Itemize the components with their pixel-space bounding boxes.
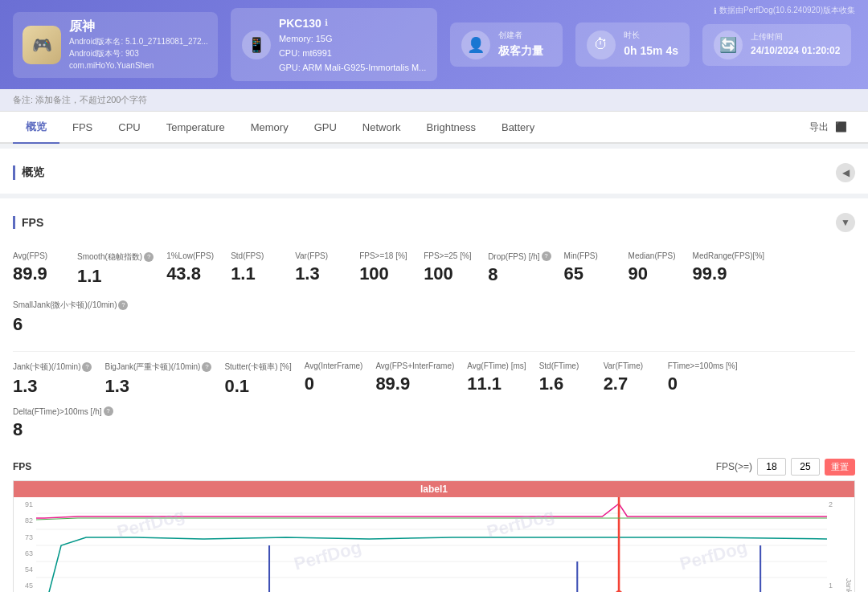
stat-item-row2: Jank(卡顿)(/10min) ? 1.3 [13,355,104,400]
stat-value: 43.8 [166,263,218,284]
app-text: 原神 Android版本名: 5.1.0_27118081_272... And… [69,18,208,71]
stat-item-row2: Avg(FPS+InterFrame) 89.9 [375,355,467,400]
fps-threshold-controls: FPS(>=) 重置 [716,458,855,476]
duration-text: 时长 0h 15m 4s [624,29,678,59]
notes-label: 备注: [13,95,33,104]
jank-axis-title: Jank [843,497,854,592]
tab-overview[interactable]: 概览 [13,112,59,144]
fps-input-25[interactable] [791,458,820,476]
fps-collapse-button[interactable]: ▼ [836,213,855,232]
y-label: 82 [17,516,33,525]
app-version-code: Android版本号: 903 [69,47,208,59]
stat-item: Std(FPS) 1.1 [231,245,295,293]
help-icon[interactable]: ? [202,362,211,372]
stat-label: Jank(卡顿)(/10min) ? [13,361,92,373]
stat-item: Min(FPS) 65 [564,245,628,293]
duration-card: ⏱ 时长 0h 15m 4s [575,22,690,66]
duration-value: 0h 15m 4s [624,42,678,59]
stat-label: FTime>=100ms [%] [668,361,738,370]
stat-item-row2: Stutter(卡顿率) [%] 0.1 [224,355,304,400]
stat-value: 0 [668,374,738,394]
stat-item-row2: Delta(FTime)>100ms [/h] ? 8 [13,400,126,443]
tab-gpu[interactable]: GPU [301,113,350,143]
y-label: 91 [17,500,33,508]
app-icon: 🎮 [23,26,61,64]
y-label: 45 [17,582,33,590]
creator-label: 创建者 [498,29,543,42]
fps-reset-button[interactable]: 重置 [825,459,855,476]
stat-item: Avg(FPS) 89.9 [13,245,77,293]
stat-value: 89.9 [375,374,454,394]
stat-label: Avg(FPS) [13,251,64,260]
duration-icon: ⏱ [587,31,616,59]
notes-placeholder: 添加备注，不超过200个字符 [35,95,147,104]
stat-item: SmallJank(微小卡顿)(/10min) ? 6 [13,293,141,341]
tab-brightness[interactable]: Brightness [414,113,489,143]
stat-label: Std(FPS) [231,251,282,260]
fps-input-18[interactable] [757,458,786,476]
fps-chart-label: FPS [13,461,31,472]
stat-label: Std(FTime) [539,361,591,370]
stat-label: BigJank(严重卡顿)(/10min) ? [104,361,211,373]
overview-section: 概览 ◀ [0,149,868,194]
device-memory: Memory: 15G [279,32,426,47]
tab-temperature[interactable]: Temperature [154,113,238,143]
stat-label: Var(FPS) [295,251,346,260]
device-icon: 📱 [242,31,271,59]
tab-battery[interactable]: Battery [489,113,547,143]
export-label: 导出 [809,120,829,134]
notes-bar: 备注: 添加备注，不超过200个字符 [0,89,868,112]
stat-label: Avg(InterFrame) [305,361,363,370]
device-gpu: GPU: ARM Mali-G925-Immortalis M... [279,61,426,76]
upload-time-value: 24/10/2024 01:20:02 [751,43,840,59]
stat-value: 1.1 [231,263,282,284]
tab-fps[interactable]: FPS [59,113,105,143]
upload-time-icon: 🔄 [714,31,743,59]
help-icon[interactable]: ? [104,406,113,416]
tab-cpu[interactable]: CPU [105,113,153,143]
stat-value: 99.9 [693,263,764,284]
header: ℹ 数据由PerfDog(10.6.240920)版本收集 🎮 原神 Andro… [0,0,868,89]
stat-item-row2: Std(FTime) 1.6 [539,355,604,400]
export-button[interactable]: 导出 ⬛ [801,116,855,139]
help-icon[interactable]: ? [542,251,551,261]
stat-label: Avg(FTime) [ms] [467,361,526,370]
tab-network[interactable]: Network [350,113,414,143]
stat-item-row2: Avg(InterFrame) 0 [305,355,376,400]
stat-label: Var(FTime) [604,361,655,370]
stat-label: 1%Low(FPS) [166,251,218,260]
help-icon[interactable]: ? [82,362,92,372]
stat-value: 6 [13,314,128,335]
stat-value: 0 [305,374,363,394]
stat-item-row2: Avg(FTime) [ms] 11.1 [467,355,538,400]
help-icon[interactable]: ? [144,252,154,262]
stat-value: 1.3 [104,376,211,397]
jank-label-2: 2 [829,500,841,508]
chart-area: 91827363544536271890 PerfDog PerfDog Per… [14,497,854,592]
stat-item: MedRange(FPS)[%] 99.9 [693,245,777,293]
stat-value: 1.3 [13,376,92,397]
stat-item: Median(FPS) 90 [628,245,693,293]
stat-value: 1.3 [295,263,346,284]
creator-icon: 👤 [461,31,490,59]
tab-memory[interactable]: Memory [238,113,301,143]
stat-label: FPS>=25 [%] [424,251,475,260]
stat-label: Min(FPS) [564,251,616,260]
fps-chart-container: label1 91827363544536271890 PerfDog Perf… [13,480,855,592]
device-name: PKC130 [279,14,321,32]
help-icon[interactable]: ? [118,300,128,310]
stat-value: 8 [488,264,551,285]
device-card: 📱 PKC130 ℹ Memory: 15G CPU: mt6991 GPU: … [231,8,437,81]
stat-label: Avg(FPS+InterFrame) [375,361,454,370]
upload-time-card: 🔄 上传时间 24/10/2024 01:20:02 [702,24,851,66]
creator-value: 极客力量 [498,42,543,59]
stat-label: SmallJank(微小卡顿)(/10min) ? [13,300,128,311]
export-icon: ⬛ [835,121,847,133]
stat-value: 89.9 [13,263,64,284]
fps-section: FPS ▼ Avg(FPS) 89.9 Smooth(稳帧指数) ? 1.1 1… [0,198,868,592]
chart-controls: FPS FPS(>=) 重置 [13,453,855,480]
stat-item: FPS>=18 [%] 100 [359,245,424,293]
stat-label: FPS>=18 [%] [359,251,411,260]
stat-item: 1%Low(FPS) 43.8 [166,245,231,293]
overview-collapse-button[interactable]: ◀ [836,163,855,182]
